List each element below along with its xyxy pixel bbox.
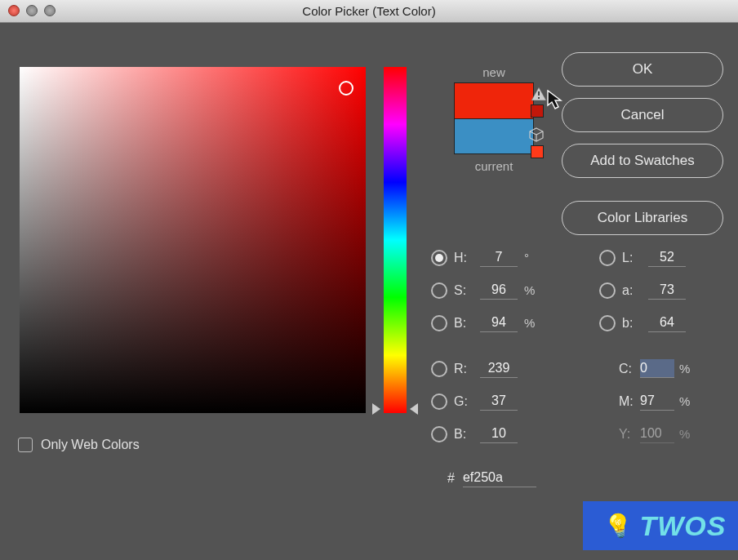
y-label: Y: [619,427,635,442]
b-hsb-label: B: [454,316,473,331]
websafe-cube-icon[interactable] [529,127,544,142]
hex-label: # [447,471,455,486]
h-label: H: [454,251,473,265]
radio-b-hsb[interactable] [431,315,447,331]
s-input[interactable] [480,281,518,300]
new-color-swatch [454,82,534,118]
only-web-colors-label: Only Web Colors [41,438,140,452]
hue-slider[interactable] [384,67,407,413]
svg-rect-2 [538,97,540,99]
color-libraries-button[interactable]: Color Libraries [562,201,723,235]
gamut-warning-icon[interactable] [531,87,547,101]
window-minimize-button[interactable] [26,5,38,16]
svg-rect-1 [538,91,540,96]
radio-a[interactable] [599,282,616,299]
window-title: Color Picker (Text Color) [0,0,738,23]
current-color-swatch[interactable] [454,118,534,154]
radio-g[interactable] [431,393,447,410]
r-label: R: [454,362,473,376]
dialog-panel: new current OK Cancel Add to Swatches Co… [0,23,738,560]
cancel-button[interactable]: Cancel [562,98,723,132]
c-input[interactable] [640,359,674,378]
b-hsb-unit: % [524,316,537,330]
hex-input[interactable] [463,469,536,487]
s-label: S: [454,283,473,298]
radio-b-lab[interactable] [599,315,616,331]
websafe-swatch[interactable] [531,145,544,158]
b-rgb-label: B: [454,427,473,442]
radio-h[interactable] [431,250,447,266]
window-close-button[interactable] [8,5,20,16]
a-label: a: [622,283,642,298]
c-unit: % [679,362,692,376]
m-unit: % [679,394,692,408]
l-input[interactable] [648,248,686,267]
ok-button[interactable]: OK [562,52,723,87]
b-lab-input[interactable] [648,313,686,332]
radio-s[interactable] [431,282,447,299]
c-label: C: [619,362,635,376]
y-input[interactable] [640,424,674,443]
m-input[interactable] [640,392,674,411]
r-input[interactable] [480,359,518,378]
lightbulb-icon: 💡 [602,509,635,542]
only-web-colors-checkbox[interactable] [18,438,33,452]
color-field-cursor[interactable] [339,81,353,96]
b-lab-label: b: [622,316,642,331]
hue-slider-handle-left[interactable] [372,403,380,415]
color-field[interactable] [20,67,366,413]
a-input[interactable] [648,281,686,300]
l-label: L: [622,251,642,265]
current-label: current [441,159,547,173]
b-hsb-input[interactable] [480,313,518,332]
watermark-logo: 💡 TWOS [583,501,738,550]
radio-l[interactable] [599,250,616,266]
g-input[interactable] [480,392,518,411]
window-zoom-button[interactable] [44,5,56,16]
gamut-warning-swatch[interactable] [531,104,544,118]
watermark-text: TWOS [640,510,727,542]
h-input[interactable] [480,248,518,267]
add-to-swatches-button[interactable]: Add to Swatches [562,144,723,178]
s-unit: % [524,283,537,297]
svg-line-4 [530,131,536,135]
y-unit: % [679,427,692,441]
hue-slider-handle-right[interactable] [410,403,418,415]
g-label: G: [454,394,473,409]
title-bar: Color Picker (Text Color) [0,0,738,23]
svg-marker-7 [548,91,561,109]
radio-r[interactable] [431,361,447,377]
h-unit: ° [524,251,537,264]
m-label: M: [619,394,635,409]
b-rgb-input[interactable] [480,424,518,443]
svg-line-5 [536,131,543,135]
new-label: new [441,65,547,79]
radio-b-rgb[interactable] [431,426,447,442]
